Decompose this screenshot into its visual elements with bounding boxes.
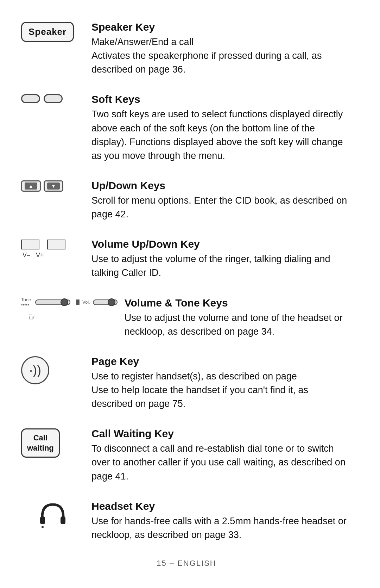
vol-minus-label: V– — [23, 252, 30, 259]
volume-desc: Use to adjust the volume of the ringer, … — [91, 252, 352, 280]
vol-key-labels: V– V+ — [21, 252, 44, 259]
vol-key-plus — [47, 240, 65, 249]
footer-text: 15 – ENGLISH — [21, 559, 352, 568]
svg-point-2 — [42, 526, 44, 528]
vol-thumb — [108, 298, 115, 306]
sound-waves-icon: ·)) — [29, 363, 41, 378]
updown-icon: ▲ ▼ — [21, 180, 63, 192]
call-waiting-line2: waiting — [27, 444, 54, 452]
headset-key-section: Headset Key Use for hands-free calls wit… — [21, 500, 352, 542]
soft-keys-title: Soft Keys — [91, 93, 352, 105]
page-key-section: ·)) Page Key Use to register handset(s),… — [21, 355, 352, 411]
call-waiting-desc: To disconnect a call and re-establish di… — [91, 442, 352, 483]
headset-svg — [39, 501, 67, 533]
headset-text-col: Headset Key Use for hands-free calls wit… — [84, 500, 352, 542]
speaker-icon-col: Speaker — [21, 21, 84, 42]
svg-rect-0 — [40, 516, 45, 524]
tone-icon-col: Tone ••••• ▐▌ Vol. ☞ — [21, 297, 118, 323]
speaker-text-col: Speaker Key Make/Answer/End a callActiva… — [84, 21, 352, 76]
updown-keys-section: ▲ ▼ Up/Down Keys Scroll for menu options… — [21, 180, 352, 221]
call-waiting-icon-col: Call waiting — [21, 428, 84, 458]
tone-label: Tone ••••• — [21, 297, 32, 308]
volume-icon-col: V– V+ — [21, 238, 84, 259]
tone-thumb — [61, 298, 68, 306]
up-key-icon: ▲ — [21, 180, 41, 192]
vol-key-pair — [21, 240, 65, 249]
soft-key-right — [44, 94, 63, 103]
tone-text-col: Volume & Tone Keys Use to adjust the vol… — [118, 297, 352, 339]
page-key-icon: ·)) — [21, 356, 49, 384]
down-key-icon: ▼ — [44, 180, 63, 192]
page-icon-col: ·)) — [21, 355, 84, 384]
soft-keys-section: Soft Keys Two soft keys are used to sele… — [21, 93, 352, 163]
updown-text-col: Up/Down Keys Scroll for menu options. En… — [84, 180, 352, 221]
call-waiting-text-col: Call Waiting Key To disconnect a call an… — [84, 428, 352, 483]
vol-indicator: ▐▌ Vol. — [75, 299, 90, 305]
tone-key-section: Tone ••••• ▐▌ Vol. ☞ Volume & Tone Keys … — [21, 297, 352, 339]
updown-icon-col: ▲ ▼ — [21, 180, 84, 192]
hand-icon: ☞ — [28, 311, 118, 323]
page-text-col: Page Key Use to register handset(s), as … — [84, 355, 352, 411]
volume-key-section: V– V+ Volume Up/Down Key Use to adjust t… — [21, 238, 352, 280]
speaker-desc: Make/Answer/End a callActivates the spea… — [91, 35, 352, 76]
page-title: Page Key — [91, 355, 352, 367]
tone-slider-icon: Tone ••••• ▐▌ Vol. ☞ — [21, 297, 118, 323]
up-arrow: ▲ — [25, 182, 37, 190]
down-arrow: ▼ — [47, 182, 60, 190]
volume-title: Volume Up/Down Key — [91, 238, 352, 250]
volume-text-col: Volume Up/Down Key Use to adjust the vol… — [84, 238, 352, 280]
call-waiting-icon: Call waiting — [21, 428, 60, 458]
headset-desc: Use for hands-free calls with a 2.5mm ha… — [91, 514, 352, 542]
vol-plus-label: V+ — [36, 252, 44, 259]
svg-rect-1 — [61, 516, 65, 524]
volume-icon: V– V+ — [21, 240, 65, 259]
soft-keys-icon — [21, 94, 63, 103]
soft-keys-icon-col — [21, 93, 84, 103]
tone-desc: Use to adjust the volume and tone of the… — [125, 311, 352, 339]
tone-slider-row: Tone ••••• ▐▌ Vol. — [21, 297, 118, 308]
tone-track — [35, 299, 70, 305]
updown-title: Up/Down Keys — [91, 180, 352, 192]
soft-keys-desc: Two soft keys are used to select functio… — [91, 107, 352, 163]
call-waiting-title: Call Waiting Key — [91, 428, 352, 440]
call-waiting-section: Call waiting Call Waiting Key To disconn… — [21, 428, 352, 483]
vol-track — [93, 299, 118, 305]
page-desc: Use to register handset(s), as described… — [91, 370, 352, 411]
headset-title: Headset Key — [91, 500, 352, 512]
speaker-icon: Speaker — [21, 22, 74, 42]
headset-icon-col — [21, 500, 84, 535]
headset-icon — [39, 501, 67, 535]
speaker-title: Speaker Key — [91, 21, 352, 33]
soft-keys-text-col: Soft Keys Two soft keys are used to sele… — [84, 93, 352, 163]
speaker-key-section: Speaker Speaker Key Make/Answer/End a ca… — [21, 21, 352, 76]
tone-title: Volume & Tone Keys — [125, 297, 352, 309]
vol-key-minus — [21, 240, 39, 249]
call-waiting-line1: Call — [33, 433, 48, 442]
updown-desc: Scroll for menu options. Enter the CID b… — [91, 194, 352, 221]
soft-key-left — [21, 94, 40, 103]
